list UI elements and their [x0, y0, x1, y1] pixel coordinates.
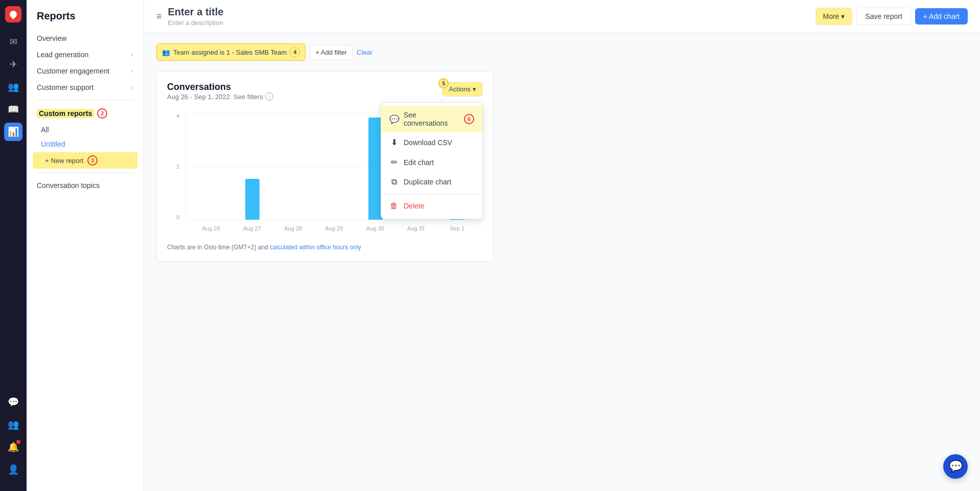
chat-icon: 💬 — [389, 114, 399, 124]
sidebar-item-lead-generation[interactable]: Lead generation › — [27, 46, 144, 63]
chart-footer: Charts are in Oslo time (GMT+2) and calc… — [167, 244, 483, 251]
chevron-right-icon: › — [131, 67, 133, 75]
customer-support-label: Customer support — [37, 83, 94, 91]
more-label: More — [823, 12, 839, 20]
see-conversations-item[interactable]: 💬 See conversations 6 — [381, 106, 482, 132]
header: ≡ Enter a title Enter a description More… — [144, 0, 980, 33]
sidebar: Reports Overview Lead generation › Custo… — [27, 0, 144, 491]
chevron-right-icon: › — [131, 51, 133, 58]
new-report-label: New report — [51, 157, 84, 165]
reports-icon[interactable]: 📊 — [4, 123, 22, 141]
conversation-topics-label: Conversation topics — [37, 181, 100, 190]
more-button[interactable]: More ▾ — [815, 8, 853, 25]
sidebar-sub-item-all[interactable]: All — [27, 123, 144, 137]
x-label-aug27: Aug 27 — [231, 225, 272, 231]
book-icon[interactable]: 📖 — [4, 100, 22, 119]
annotation-6: 6 — [464, 114, 474, 124]
x-label-aug30: Aug 30 — [355, 225, 395, 231]
chart-title-area: Conversations Aug 26 - Sep 1, 2022. See … — [167, 82, 273, 109]
icon-bar-bottom: 💬 👥 🔔 👤 — [4, 393, 22, 485]
actions-dropdown: 💬 See conversations 6 ⬇ Download CSV ✏ E… — [381, 102, 483, 219]
delete-icon: 🗑 — [389, 201, 399, 211]
chart-title: Conversations — [167, 82, 273, 92]
notification-icon[interactable]: 🔔 — [4, 438, 22, 456]
save-report-button[interactable]: Save report — [856, 8, 911, 25]
download-csv-item[interactable]: ⬇ Download CSV — [381, 132, 482, 152]
sidebar-item-conversation-topics[interactable]: Conversation topics — [27, 177, 144, 194]
chart-footer-text: Charts are in Oslo time (GMT+2) and — [167, 244, 268, 251]
sidebar-divider — [37, 100, 133, 100]
see-conversations-label: See conversations — [404, 111, 459, 127]
customer-engagement-label: Customer engagement — [37, 67, 109, 75]
chart-footer-link[interactable]: calculated within office hours only — [270, 244, 361, 251]
annotation-2: 2 — [97, 108, 107, 119]
custom-reports-label: Custom reports — [37, 109, 94, 118]
gridline-bottom — [186, 220, 483, 220]
chevron-down-icon: ▾ — [473, 85, 476, 93]
main-area: ≡ Enter a title Enter a description More… — [144, 0, 980, 491]
actions-label: Actions — [449, 85, 471, 93]
chart-card: Conversations Aug 26 - Sep 1, 2022. See … — [156, 71, 494, 262]
y-label-2: 2 — [176, 163, 179, 170]
avatar-icon[interactable]: 👤 — [4, 460, 22, 479]
team-add-icon[interactable]: 👥 — [4, 415, 22, 434]
x-label-aug31: Aug 31 — [395, 225, 436, 231]
bar-aug27-rect — [245, 179, 260, 220]
lead-generation-label: Lead generation — [37, 51, 88, 59]
annotation-3: 3 — [87, 155, 98, 166]
header-title-area: Enter a title Enter a description — [168, 6, 224, 27]
header-left: ≡ Enter a title Enter a description — [156, 6, 815, 27]
chevron-down-icon: ▾ — [841, 12, 845, 20]
delete-chart-item[interactable]: 🗑 Delete — [381, 196, 482, 216]
duplicate-chart-item[interactable]: ⧉ Duplicate chart — [381, 172, 482, 192]
sidebar-item-customer-support[interactable]: Customer support › — [27, 79, 144, 96]
add-filter-button[interactable]: + Add filter — [310, 45, 353, 60]
contacts-icon[interactable]: 👥 — [4, 78, 22, 96]
y-label-0: 0 — [176, 214, 179, 220]
send-icon[interactable]: ✈ — [4, 55, 22, 74]
header-actions: More ▾ Save report + Add chart — [815, 8, 968, 25]
annotation-5: 5 — [438, 78, 449, 88]
plus-icon: + — [45, 157, 49, 165]
dropdown-divider — [381, 194, 482, 194]
new-report-button[interactable]: + New report 3 — [33, 152, 137, 169]
duplicate-icon: ⧉ — [389, 177, 399, 186]
download-icon: ⬇ — [389, 137, 399, 147]
chart-header: Conversations Aug 26 - Sep 1, 2022. See … — [167, 82, 483, 109]
add-chart-button[interactable]: + Add chart — [915, 8, 968, 25]
sidebar-item-overview[interactable]: Overview — [27, 30, 144, 46]
info-icon[interactable]: i — [265, 92, 273, 101]
menu-icon[interactable]: ≡ — [156, 11, 162, 22]
custom-reports-section[interactable]: Custom reports 2 — [27, 104, 144, 123]
sidebar-divider-2 — [37, 173, 133, 173]
x-label-sep1: Sep 1 — [437, 225, 478, 231]
x-label-aug29: Aug 29 — [314, 225, 355, 231]
team-icon: 👥 — [162, 49, 170, 56]
x-label-aug26: Aug 26 — [191, 225, 231, 231]
sidebar-item-customer-engagement[interactable]: Customer engagement › — [27, 63, 144, 79]
filter-bar: 👥 Team assigned is 1 - Sales SMB Team 4 … — [156, 43, 968, 61]
sidebar-title: Reports — [27, 8, 144, 30]
filter-label: Team assigned is 1 - Sales SMB Team — [173, 49, 287, 56]
delete-label: Delete — [404, 202, 424, 210]
clear-button[interactable]: Clear — [357, 49, 372, 56]
sidebar-sub-item-untitled[interactable]: Untitled — [27, 137, 144, 151]
all-label: All — [41, 126, 49, 134]
actions-button[interactable]: 5 Actions ▾ — [442, 82, 483, 97]
chart-x-labels: Aug 26 Aug 27 Aug 28 Aug 29 Aug 30 Aug 3… — [185, 221, 483, 236]
edit-chart-label: Edit chart — [404, 158, 434, 167]
icon-bar: ✉ ✈ 👥 📖 📊 💬 👥 🔔 👤 — [0, 0, 27, 491]
inbox-icon[interactable]: ✉ — [4, 33, 22, 51]
page-description: Enter a description — [168, 19, 224, 27]
icon-bar-icons: ✉ ✈ 👥 📖 📊 — [4, 33, 22, 393]
actions-area: 5 Actions ▾ 💬 See conversations 6 ⬇ — [442, 82, 483, 97]
add-filter-label: + Add filter — [315, 49, 347, 56]
chat-bubble-icon: 💬 — [949, 460, 963, 473]
app-logo[interactable] — [5, 6, 21, 22]
filter-tag[interactable]: 👥 Team assigned is 1 - Sales SMB Team 4 — [156, 43, 306, 61]
edit-chart-item[interactable]: ✏ Edit chart — [381, 152, 482, 172]
edit-icon: ✏ — [389, 157, 399, 167]
chart-subtitle: Aug 26 - Sep 1, 2022. See filters i — [167, 92, 273, 101]
chat-icon[interactable]: 💬 — [4, 393, 22, 411]
chat-support-bubble[interactable]: 💬 — [943, 454, 968, 479]
